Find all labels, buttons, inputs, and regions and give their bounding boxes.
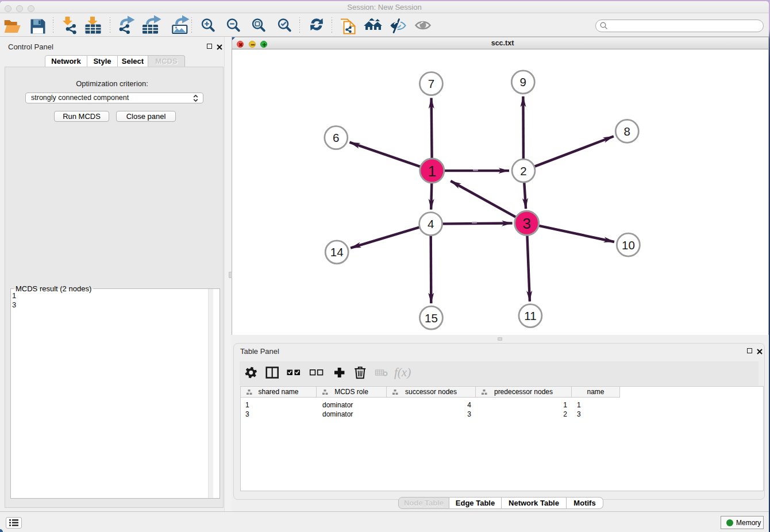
svg-text:7: 7	[428, 77, 434, 90]
svg-text:6: 6	[333, 131, 339, 144]
svg-text:10: 10	[622, 238, 635, 252]
svg-text:11: 11	[524, 309, 536, 322]
svg-text:9: 9	[520, 75, 526, 88]
svg-text:4: 4	[428, 217, 434, 230]
svg-text:8: 8	[624, 125, 630, 138]
svg-text:3: 3	[522, 215, 531, 232]
svg-text:15: 15	[425, 311, 438, 325]
svg-text:14: 14	[330, 245, 344, 259]
svg-text:2: 2	[520, 164, 526, 178]
svg-text:f(x): f(x)	[394, 365, 411, 379]
svg-text:1: 1	[428, 163, 436, 180]
